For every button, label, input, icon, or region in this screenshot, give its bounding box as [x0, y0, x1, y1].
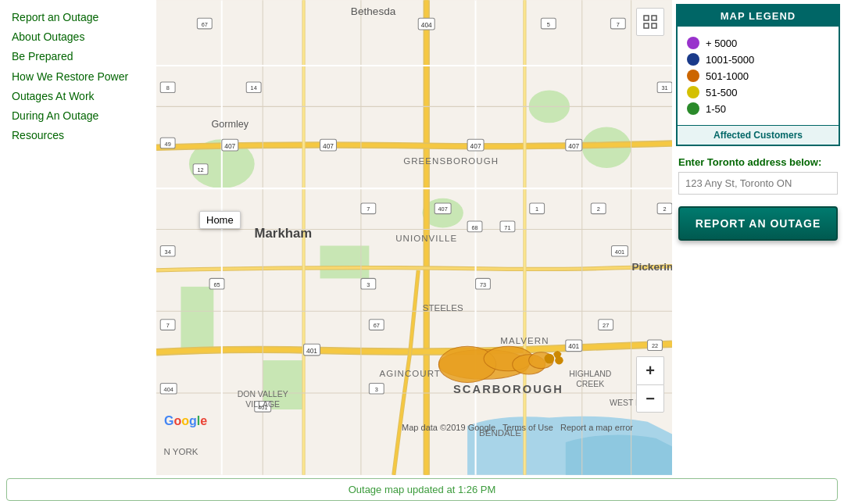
- svg-rect-2: [320, 245, 370, 278]
- status-text: Outage map updated at 1:26 PM: [349, 484, 496, 495]
- svg-text:CREEK: CREEK: [576, 380, 604, 388]
- svg-text:407: 407: [470, 142, 481, 150]
- zoom-in-button[interactable]: +: [636, 356, 664, 384]
- svg-rect-7: [181, 287, 213, 352]
- svg-text:49: 49: [165, 141, 171, 148]
- map-container[interactable]: 404 407 407 407 407 401 401 67: [156, 0, 672, 475]
- svg-text:5: 5: [547, 21, 550, 28]
- svg-text:401: 401: [615, 248, 624, 256]
- svg-text:401: 401: [568, 342, 579, 350]
- svg-text:DON VALLEY: DON VALLEY: [238, 390, 288, 399]
- legend-item-5000plus: + 5000: [687, 37, 829, 49]
- svg-text:MALVERN: MALVERN: [500, 336, 549, 345]
- legend-label-51-500: 51-500: [706, 87, 737, 98]
- svg-text:VILLAGE: VILLAGE: [245, 400, 280, 409]
- legend-dot-1001-5000: [687, 53, 699, 66]
- svg-text:14: 14: [251, 84, 257, 91]
- map-background: 404 407 407 407 407 401 401 67: [156, 0, 672, 475]
- svg-text:HIGHLAND: HIGHLAND: [569, 370, 612, 378]
- svg-text:34: 34: [165, 248, 171, 256]
- svg-text:404: 404: [421, 21, 432, 29]
- svg-text:2: 2: [597, 206, 600, 213]
- svg-text:67: 67: [202, 21, 208, 28]
- legend-item-501-1000: 501-1000: [687, 70, 829, 82]
- sidebar-item-how-we-restore[interactable]: How We Restore Power: [12, 67, 145, 87]
- sidebar-item-report-outage[interactable]: Report an Outage: [12, 8, 145, 27]
- svg-text:407: 407: [323, 142, 334, 150]
- map-legend: MAP LEGEND + 5000 1001-5000 501-1000 51-…: [676, 4, 840, 146]
- svg-rect-122: [644, 16, 649, 20]
- zoom-out-button[interactable]: −: [636, 384, 664, 413]
- sidebar-item-be-prepared[interactable]: Be Prepared: [12, 47, 145, 66]
- svg-text:7: 7: [617, 21, 620, 28]
- status-bar: Outage map updated at 1:26 PM: [6, 478, 838, 501]
- svg-text:GREENSBOROUGH: GREENSBOROUGH: [403, 156, 499, 166]
- svg-text:407: 407: [438, 206, 448, 213]
- svg-text:27: 27: [603, 322, 609, 329]
- svg-text:Markham: Markham: [255, 226, 313, 241]
- legend-title: MAP LEGEND: [678, 5, 839, 27]
- svg-text:8: 8: [166, 84, 170, 91]
- svg-text:3: 3: [375, 386, 378, 393]
- svg-text:UNIONVILLE: UNIONVILLE: [395, 234, 457, 243]
- report-map-error-link[interactable]: Report a map error: [560, 423, 633, 432]
- home-label: Home: [199, 211, 241, 229]
- svg-text:3: 3: [367, 281, 370, 288]
- legend-dot-5000plus: [687, 37, 699, 49]
- legend-item-1-50: 1-50: [687, 102, 829, 115]
- legend-items: + 5000 1001-5000 501-1000 51-500 1-50: [678, 27, 839, 125]
- address-input[interactable]: [678, 172, 838, 195]
- svg-text:N YORK: N YORK: [163, 447, 198, 456]
- google-logo: Google: [164, 412, 211, 432]
- report-button-container: REPORT AN OUTAGE: [672, 198, 844, 248]
- svg-text:73: 73: [480, 281, 486, 288]
- legend-label-1-50: 1-50: [706, 103, 726, 115]
- legend-label-1001-5000: 1001-5000: [706, 54, 754, 66]
- svg-text:401: 401: [306, 347, 317, 355]
- svg-text:68: 68: [471, 224, 477, 231]
- terms-of-use-link[interactable]: Terms of Use: [502, 423, 553, 432]
- zoom-controls: + −: [636, 356, 664, 413]
- svg-text:71: 71: [504, 224, 510, 231]
- svg-text:AGINCOURT: AGINCOURT: [380, 369, 441, 378]
- sidebar: Report an Outage About Outages Be Prepar…: [0, 0, 156, 475]
- legend-dot-1-50: [687, 102, 699, 115]
- map-attribution: Map data ©2019 Google Terms of Use Repor…: [402, 423, 633, 432]
- svg-text:STEELES: STEELES: [423, 303, 463, 313]
- legend-label-5000plus: + 5000: [706, 38, 737, 49]
- svg-text:Gormley: Gormley: [212, 119, 249, 130]
- sidebar-item-resources[interactable]: Resources: [12, 126, 145, 145]
- svg-text:Bethesda: Bethesda: [351, 5, 396, 17]
- right-panel: MAP LEGEND + 5000 1001-5000 501-1000 51-…: [672, 0, 844, 475]
- svg-text:22: 22: [652, 342, 658, 349]
- svg-text:12: 12: [197, 166, 203, 173]
- svg-text:67: 67: [374, 322, 380, 329]
- legend-dot-501-1000: [687, 70, 699, 82]
- sidebar-item-during-outage[interactable]: During An Outage: [12, 106, 145, 126]
- sidebar-item-outages-at-work[interactable]: Outages At Work: [12, 87, 145, 106]
- address-label: Enter Toronto address below:: [678, 156, 838, 168]
- legend-dot-51-500: [687, 86, 699, 98]
- svg-text:SCARBOROUGH: SCARBOROUGH: [453, 383, 563, 395]
- address-section: Enter Toronto address below:: [672, 150, 844, 198]
- svg-point-120: [545, 354, 555, 364]
- svg-text:407: 407: [568, 142, 579, 150]
- svg-text:65: 65: [213, 281, 220, 288]
- report-outage-button[interactable]: REPORT AN OUTAGE: [678, 206, 838, 241]
- map-expand-button[interactable]: [636, 8, 664, 36]
- svg-text:Google: Google: [164, 414, 207, 427]
- svg-rect-125: [652, 23, 656, 28]
- svg-text:404: 404: [164, 386, 173, 393]
- legend-item-1001-5000: 1001-5000: [687, 53, 829, 66]
- legend-footer: Affected Customers: [678, 125, 839, 145]
- svg-rect-123: [652, 16, 656, 20]
- legend-label-501-1000: 501-1000: [706, 70, 749, 82]
- svg-text:7: 7: [367, 206, 370, 213]
- sidebar-item-about-outages[interactable]: About Outages: [12, 27, 145, 47]
- svg-text:407: 407: [224, 142, 235, 150]
- svg-text:2: 2: [663, 206, 667, 213]
- legend-item-51-500: 51-500: [687, 86, 829, 98]
- svg-rect-124: [644, 23, 649, 28]
- svg-text:31: 31: [661, 84, 667, 91]
- svg-text:1: 1: [535, 206, 538, 213]
